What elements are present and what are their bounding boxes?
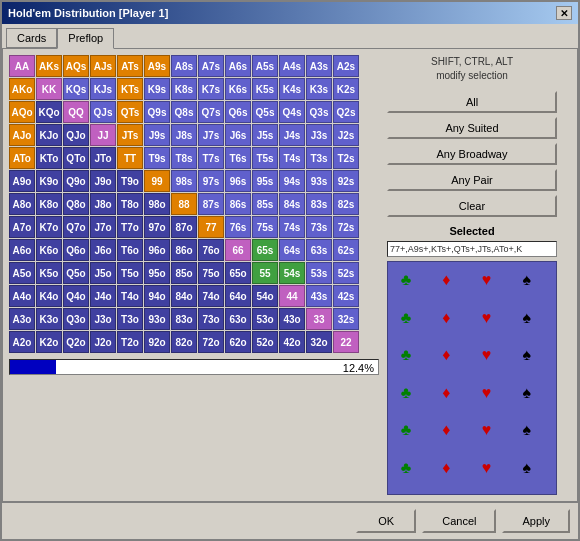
hand-cell[interactable]: A6o xyxy=(9,239,35,261)
hand-cell[interactable]: TT xyxy=(117,147,143,169)
hand-cell[interactable]: 74o xyxy=(198,285,224,307)
hand-cell[interactable]: Q3s xyxy=(306,101,332,123)
hand-cell[interactable]: 97s xyxy=(198,170,224,192)
hand-cell[interactable]: 94o xyxy=(144,285,170,307)
hand-cell[interactable]: AA xyxy=(9,55,35,77)
hand-cell[interactable]: 62o xyxy=(225,331,251,353)
hand-cell[interactable]: Q4o xyxy=(63,285,89,307)
hand-cell[interactable]: 98s xyxy=(171,170,197,192)
hand-cell[interactable]: 63s xyxy=(306,239,332,261)
hand-cell[interactable]: 65o xyxy=(225,262,251,284)
hand-cell[interactable]: A9o xyxy=(9,170,35,192)
hand-cell[interactable]: A5o xyxy=(9,262,35,284)
hand-cell[interactable]: A4o xyxy=(9,285,35,307)
hand-cell[interactable]: K4s xyxy=(279,78,305,100)
hand-cell[interactable]: AKs xyxy=(36,55,62,77)
hand-cell[interactable]: K6o xyxy=(36,239,62,261)
hand-cell[interactable]: A8o xyxy=(9,193,35,215)
hand-cell[interactable]: AJo xyxy=(9,124,35,146)
hand-cell[interactable]: K3o xyxy=(36,308,62,330)
suit-cell[interactable]: ♠ xyxy=(513,454,541,482)
hand-cell[interactable]: J2s xyxy=(333,124,359,146)
hand-cell[interactable]: 92s xyxy=(333,170,359,192)
hand-cell[interactable]: K5s xyxy=(252,78,278,100)
hand-cell[interactable]: QJs xyxy=(90,101,116,123)
hand-cell[interactable]: T7s xyxy=(198,147,224,169)
hand-cell[interactable]: KTo xyxy=(36,147,62,169)
hand-cell[interactable]: A4s xyxy=(279,55,305,77)
cancel-button[interactable]: Cancel xyxy=(422,509,496,533)
hand-cell[interactable]: JTo xyxy=(90,147,116,169)
hand-cell[interactable]: 74s xyxy=(279,216,305,238)
hand-cell[interactable]: KTs xyxy=(117,78,143,100)
hand-cell[interactable]: K5o xyxy=(36,262,62,284)
hand-cell[interactable]: 98o xyxy=(144,193,170,215)
hand-cell[interactable]: 42o xyxy=(279,331,305,353)
hand-cell[interactable]: Q7o xyxy=(63,216,89,238)
suit-cell[interactable]: ♠ xyxy=(513,416,541,444)
hand-cell[interactable]: 72o xyxy=(198,331,224,353)
hand-cell[interactable]: J3s xyxy=(306,124,332,146)
hand-cell[interactable]: JTs xyxy=(117,124,143,146)
hand-cell[interactable]: 64o xyxy=(225,285,251,307)
hand-cell[interactable]: 96o xyxy=(144,239,170,261)
hand-cell[interactable]: 96s xyxy=(225,170,251,192)
hand-cell[interactable]: 95o xyxy=(144,262,170,284)
hand-cell[interactable]: 22 xyxy=(333,331,359,353)
suit-cell[interactable]: ♦ xyxy=(432,341,460,369)
hand-cell[interactable]: 76o xyxy=(198,239,224,261)
hand-cell[interactable]: T4o xyxy=(117,285,143,307)
hand-cell[interactable]: 86s xyxy=(225,193,251,215)
hand-cell[interactable]: Q2s xyxy=(333,101,359,123)
hand-cell[interactable]: T3s xyxy=(306,147,332,169)
hand-cell[interactable]: 42s xyxy=(333,285,359,307)
hand-cell[interactable]: 84s xyxy=(279,193,305,215)
hand-cell[interactable]: K9s xyxy=(144,78,170,100)
suit-cell[interactable]: ♠ xyxy=(513,379,541,407)
hand-cell[interactable]: K7s xyxy=(198,78,224,100)
hand-cell[interactable]: 32s xyxy=(333,308,359,330)
hand-cell[interactable]: K8s xyxy=(171,78,197,100)
hand-cell[interactable]: 73s xyxy=(306,216,332,238)
hand-cell[interactable]: 75s xyxy=(252,216,278,238)
suit-cell[interactable]: ♦ xyxy=(432,304,460,332)
hand-cell[interactable]: K8o xyxy=(36,193,62,215)
suit-cell[interactable]: ♣ xyxy=(392,379,420,407)
hand-cell[interactable]: A7o xyxy=(9,216,35,238)
hand-cell[interactable]: Q9o xyxy=(63,170,89,192)
hand-cell[interactable]: Q8o xyxy=(63,193,89,215)
hand-cell[interactable]: 53o xyxy=(252,308,278,330)
hand-cell[interactable]: A5s xyxy=(252,55,278,77)
hand-cell[interactable]: K2o xyxy=(36,331,62,353)
close-button[interactable]: ✕ xyxy=(556,6,572,20)
suit-cell[interactable]: ♥ xyxy=(473,416,501,444)
tab-cards[interactable]: Cards xyxy=(6,28,57,48)
hand-cell[interactable]: J8s xyxy=(171,124,197,146)
hand-cell[interactable]: T8s xyxy=(171,147,197,169)
hand-cell[interactable]: Q5s xyxy=(252,101,278,123)
suit-cell[interactable]: ♠ xyxy=(513,341,541,369)
hand-cell[interactable]: 87s xyxy=(198,193,224,215)
hand-cell[interactable]: A7s xyxy=(198,55,224,77)
suit-cell[interactable]: ♥ xyxy=(473,304,501,332)
hand-cell[interactable]: QJo xyxy=(63,124,89,146)
hand-cell[interactable]: 93o xyxy=(144,308,170,330)
hand-cell[interactable]: Q9s xyxy=(144,101,170,123)
hand-cell[interactable]: T4s xyxy=(279,147,305,169)
hand-cell[interactable]: 33 xyxy=(306,308,332,330)
suit-cell[interactable]: ♣ xyxy=(392,266,420,294)
hand-cell[interactable]: T7o xyxy=(117,216,143,238)
hand-cell[interactable]: J4o xyxy=(90,285,116,307)
hand-cell[interactable]: T3o xyxy=(117,308,143,330)
suit-cell[interactable]: ♦ xyxy=(432,379,460,407)
hand-cell[interactable]: T8o xyxy=(117,193,143,215)
hand-cell[interactable]: AJs xyxy=(90,55,116,77)
hand-cell[interactable]: 87o xyxy=(171,216,197,238)
hand-cell[interactable]: JJ xyxy=(90,124,116,146)
hand-cell[interactable]: 82o xyxy=(171,331,197,353)
hand-cell[interactable]: 62s xyxy=(333,239,359,261)
hand-cell[interactable]: K4o xyxy=(36,285,62,307)
hand-cell[interactable]: T9s xyxy=(144,147,170,169)
hand-cell[interactable]: 76s xyxy=(225,216,251,238)
hand-cell[interactable]: J2o xyxy=(90,331,116,353)
